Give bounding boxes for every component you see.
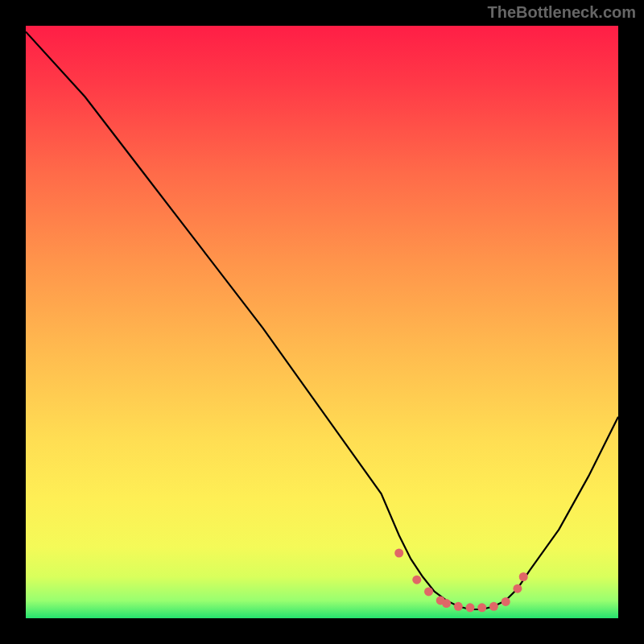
dot [489, 602, 498, 611]
watermark-text: TheBottleneck.com [488, 3, 636, 22]
dot [424, 587, 433, 596]
dot [466, 603, 475, 612]
curve-line [26, 31, 618, 609]
plot-area [26, 26, 618, 618]
dot [513, 584, 522, 593]
dot [477, 603, 486, 612]
chart-svg [26, 26, 618, 618]
dot [454, 602, 463, 611]
dot [502, 597, 510, 606]
bottom-dots [394, 549, 528, 613]
dot [394, 549, 403, 558]
dot [519, 572, 528, 581]
dot [442, 599, 451, 608]
dot [412, 576, 421, 584]
